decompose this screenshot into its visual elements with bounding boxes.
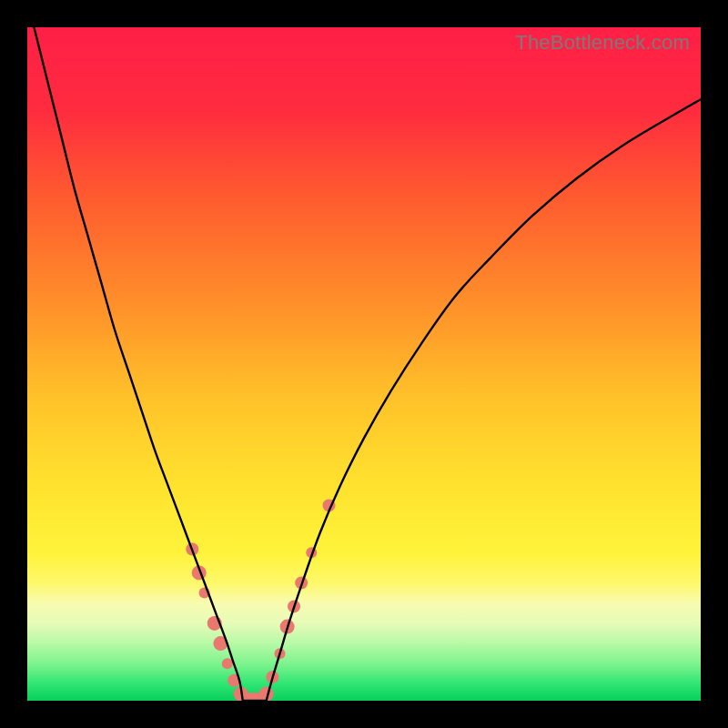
bottleneck-curve — [34, 27, 701, 701]
curve-layer — [27, 27, 701, 701]
highlight-dot — [222, 658, 233, 669]
chart-frame: TheBottleneck.com — [0, 0, 728, 728]
plot-area: TheBottleneck.com — [27, 27, 701, 701]
marker-layer — [186, 499, 335, 701]
